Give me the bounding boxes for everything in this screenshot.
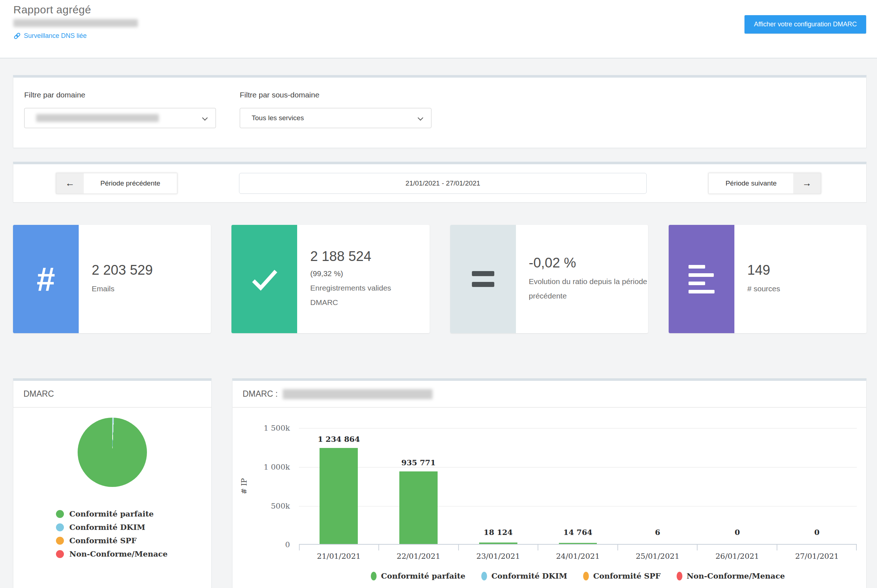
equals-icon [450,225,516,333]
pie-card-title: DMARC [24,389,54,399]
legend-item-non-conforme-menace[interactable]: Non-Conforme/Menace [56,547,211,561]
sources-label: # sources [747,282,866,296]
valid-dmarc-label: Enregistrements valides DMARC [310,281,402,310]
previous-period-label: Période précédente [84,173,177,194]
stats-row: # 2 203 529 Emails 2 188 524 (99,32 %) E… [13,225,866,333]
check-icon [231,225,297,333]
x-axis-labels: 21/01/2021 22/01/2021 23/01/2021 24/01/2… [299,552,857,561]
domain-filter-label: Filtre par domaine [24,91,216,99]
chevron-down-icon [202,115,208,121]
header-left: Rapport agrégé Surveillance DNS liée [14,4,138,40]
bar [399,471,438,544]
valid-dmarc-count: 2 188 524 [310,249,429,264]
legend-item-conformite-dkim[interactable]: Conformité DKIM [56,520,211,534]
period-navigation-panel: ← Période précédente 21/01/2021 - 27/01/… [13,162,866,202]
bar [320,448,358,544]
y-tick: 1 000k [241,463,290,471]
emails-count: 2 203 529 [92,262,211,278]
legend-label: Conformité SPF [593,572,661,580]
page-title: Rapport agrégé [14,4,138,16]
bar-column: 935 771 [379,428,458,544]
subdomain-filter-group: Filtre par sous-domaine Tous les service… [240,91,431,148]
stat-body: 149 # sources [734,225,866,333]
ratio-evolution-value: -0,02 % [529,255,648,271]
x-tick-label: 25/01/2021 [618,552,698,561]
stat-card-ratio-evolution: -0,02 % Evolution du ratio depuis la pér… [450,225,648,333]
subdomain-filter-value: Tous les services [252,114,304,122]
x-tick-label: 26/01/2021 [698,552,777,561]
hash-icon: # [13,225,79,333]
legend-marker [56,550,64,558]
legend-marker [677,572,682,580]
legend-label: Conformité DKIM [491,572,567,580]
equals-glyph [472,271,494,287]
show-dmarc-config-button[interactable]: Afficher votre configuration DMARC [745,15,866,34]
sources-count: 149 [747,262,866,278]
stat-body: 2 203 529 Emails [79,225,211,333]
stat-card-sources: 149 # sources [669,225,866,333]
stat-card-emails: # 2 203 529 Emails [13,225,211,333]
bar-value-label: 0 [770,528,864,537]
bar-column: 14 764 [538,428,618,544]
domain-filter-select[interactable] [24,108,216,128]
domain-filter-group: Filtre par domaine [24,91,216,148]
legend-item-conformite-spf[interactable]: Conformité SPF [583,572,661,580]
legend-item-non-conforme-menace[interactable]: Non-Conforme/Menace [677,572,785,580]
legend-marker [481,572,487,580]
legend-label: Conformité SPF [69,536,137,545]
legend-marker [56,510,64,518]
legend-label: Conformité DKIM [69,523,145,532]
filters-panel: Filtre par domaine Filtre par sous-domai… [13,75,866,148]
legend-item-conformite-parfaite[interactable]: Conformité parfaite [371,572,466,580]
previous-period-button[interactable]: ← Période précédente [56,173,177,194]
dmarc-pie-card: DMARC Conformité parfaite Conformité DKI… [13,378,212,588]
bar [479,543,517,544]
legend-label: Non-Conforme/Menace [69,549,168,558]
bar-card-header: DMARC : [233,381,866,408]
x-tick-label: 21/01/2021 [299,552,379,561]
bar-column: 18 124 [458,428,538,544]
redacted-domain-title [283,389,432,399]
bar-value-label: 1 234 864 [292,435,386,444]
bar-column: 0 [777,428,857,544]
bar-column: 6 [618,428,698,544]
y-tick: 1 500k [241,424,290,432]
dns-monitoring-link[interactable]: Surveillance DNS liée [14,32,138,40]
bar-column: 0 [698,428,777,544]
date-range-input[interactable]: 21/01/2021 - 27/01/2021 [239,173,647,194]
legend-marker [56,537,64,544]
next-period-button[interactable]: Période suivante → [708,173,821,194]
x-tick-label: 24/01/2021 [538,552,618,561]
legend-marker [583,572,589,580]
valid-dmarc-percent: (99,32 %) [310,266,429,281]
subdomain-filter-select[interactable]: Tous les services [240,108,431,128]
stat-body: 2 188 524 (99,32 %) Enregistrements vali… [297,225,429,333]
x-tick-label: 22/01/2021 [379,552,458,561]
stat-card-valid-dmarc: 2 188 524 (99,32 %) Enregistrements vali… [231,225,429,333]
subdomain-filter-label: Filtre par sous-domaine [240,91,431,99]
hash-glyph: # [36,260,55,298]
y-tick: 500k [241,502,290,510]
legend-item-conformite-dkim[interactable]: Conformité DKIM [481,572,567,580]
top-bar: Rapport agrégé Surveillance DNS liée Aff… [0,0,877,58]
legend-label: Non-Conforme/Menace [687,572,785,580]
legend-marker [371,572,377,580]
legend-item-conformite-parfaite[interactable]: Conformité parfaite [56,507,211,520]
pie-chart [78,418,147,487]
list-icon [669,225,734,333]
redacted-domain-value [36,114,159,122]
legend-item-conformite-spf[interactable]: Conformité SPF [56,534,211,547]
arrow-right-icon: → [793,173,821,194]
dmarc-bar-card: DMARC : # IP 1 500k 1 000k 500k 0 1 234 … [232,378,866,588]
bar-chart-legend: Conformité parfaite Conformité DKIM Conf… [299,572,857,580]
bar-chart-plot: # IP 1 500k 1 000k 500k 0 1 234 864 [299,428,857,544]
list-glyph [689,265,715,294]
y-axis-label: # IP [240,478,248,494]
legend-label: Conformité parfaite [69,509,154,518]
redacted-domain-subtitle [14,19,138,27]
dns-link-label: Surveillance DNS liée [24,32,87,40]
link-chain-icon [14,32,21,40]
bar [559,543,597,544]
ratio-evolution-label: Evolution du ratio depuis la période pré… [529,274,648,303]
y-tick: 0 [241,540,290,549]
